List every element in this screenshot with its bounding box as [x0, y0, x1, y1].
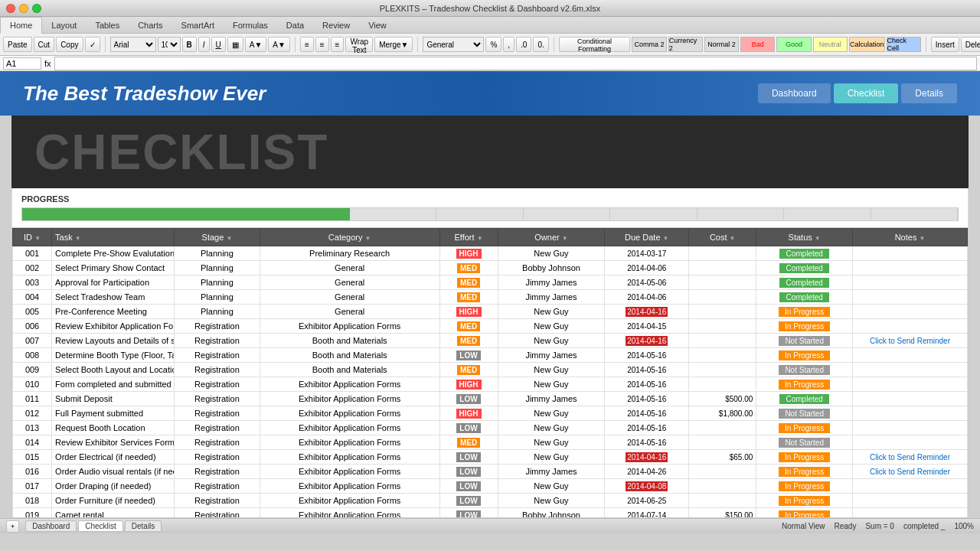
border-button[interactable]: ▦ [227, 37, 243, 52]
decrease-decimal-button[interactable]: 0. [533, 37, 548, 52]
progress-segments [350, 208, 958, 220]
copy-button[interactable]: Copy [56, 37, 83, 52]
insert-button[interactable]: Insert [931, 37, 959, 52]
increase-decimal-button[interactable]: .0 [516, 37, 531, 52]
font-size-select[interactable]: 10 [158, 37, 181, 52]
reminder-link[interactable]: Click to Send Reminder [870, 468, 950, 476]
cut-button[interactable]: Cut [34, 37, 55, 52]
close-button[interactable] [6, 4, 15, 13]
style-comma2[interactable]: Comma 2 [632, 37, 666, 52]
add-sheet-button[interactable]: + [6, 520, 19, 533]
sheet-tab-dashboard[interactable]: Dashboard [25, 520, 77, 532]
align-center-button[interactable]: ≡ [315, 37, 329, 52]
tab-charts[interactable]: Charts [129, 17, 172, 33]
style-check-cell[interactable]: Check Cell [887, 37, 921, 52]
cell-reference[interactable] [3, 57, 41, 70]
cell-effort: LOW [439, 421, 498, 435]
col-category[interactable]: Category ▼ [260, 229, 439, 246]
align-left-button[interactable]: ≡ [300, 37, 314, 52]
cell-due-date: 2014-07-14 [605, 508, 689, 519]
cell-effort: LOW [439, 465, 498, 479]
col-due-date[interactable]: Due Date ▼ [605, 229, 689, 246]
checklist-header-section: CHECKLIST [11, 116, 969, 188]
col-cost[interactable]: Cost ▼ [689, 229, 756, 246]
checklist-nav-button[interactable]: Checklist [834, 83, 899, 103]
col-effort[interactable]: Effort ▼ [439, 229, 498, 246]
cell-notes [853, 494, 968, 508]
minimize-button[interactable] [19, 4, 28, 13]
col-task[interactable]: Task ▼ [52, 229, 175, 246]
table-row: 008 Determine Booth Type (Floor, TableTo… [13, 348, 968, 363]
progress-seg-3 [524, 208, 610, 220]
cell-owner: New Guy [498, 494, 605, 508]
percent-button[interactable]: % [485, 37, 501, 52]
conditional-format-button[interactable]: Conditional Formatting [559, 37, 631, 52]
tab-data[interactable]: Data [277, 17, 313, 33]
reminder-link[interactable]: Click to Send Reminder [870, 453, 950, 461]
italic-button[interactable]: I [198, 37, 210, 52]
tab-review[interactable]: Review [313, 17, 359, 33]
cell-id: 013 [13, 421, 52, 435]
cell-task: Review Exhibitor Services Forms in Show … [52, 435, 175, 450]
cell-notes[interactable]: Click to Send Reminder [853, 334, 968, 348]
tab-tables[interactable]: Tables [86, 17, 129, 33]
cell-notes [853, 363, 968, 377]
style-good[interactable]: Good [776, 37, 811, 52]
cell-notes[interactable]: Click to Send Reminder [853, 465, 968, 479]
number-format-select[interactable]: General [423, 37, 484, 52]
style-neutral[interactable]: Neutral [813, 37, 848, 52]
underline-button[interactable]: U [211, 37, 226, 52]
cell-task: Form completed and submitted [52, 377, 175, 392]
col-status[interactable]: Status ▼ [756, 229, 853, 246]
progress-fill [22, 208, 350, 220]
sheet-tab-checklist[interactable]: Checklist [78, 520, 123, 532]
tab-view[interactable]: View [359, 17, 396, 33]
tab-home[interactable]: Home [0, 17, 42, 34]
bold-button[interactable]: B [182, 37, 197, 52]
formula-input[interactable] [54, 57, 977, 70]
dashboard-nav-button[interactable]: Dashboard [758, 83, 831, 103]
tab-layout[interactable]: Layout [42, 17, 86, 33]
cell-owner: Bobby Johnson [498, 261, 605, 276]
style-normal2[interactable]: Normal 2 [704, 37, 739, 52]
style-currency2[interactable]: Currency 2 [668, 37, 703, 52]
details-nav-button[interactable]: Details [901, 83, 957, 103]
font-select[interactable]: Arial [110, 37, 156, 52]
wrap-text-button[interactable]: Wrap Text ▼ [345, 37, 373, 52]
paste-button[interactable]: Paste [3, 37, 32, 52]
cell-due-date: 2014-05-16 [605, 435, 689, 450]
table-body: 001 Complete Pre-Show Evalutation Planni… [13, 246, 968, 519]
cell-task: Complete Pre-Show Evalutation [52, 246, 175, 261]
cell-status: Not Started [756, 334, 853, 348]
tab-formulas[interactable]: Formulas [224, 17, 277, 33]
cell-category: Booth and Materials [260, 334, 439, 348]
font-color-button[interactable]: A▼ [268, 37, 290, 52]
window-controls[interactable] [6, 4, 41, 13]
delete-button[interactable]: Delete [961, 37, 980, 52]
maximize-button[interactable] [32, 4, 41, 13]
cell-notes [853, 319, 968, 334]
col-notes[interactable]: Notes ▼ [853, 229, 968, 246]
merge-button[interactable]: Merge▼ [374, 37, 413, 52]
format-painter-button[interactable]: ✓ [85, 37, 100, 52]
cell-owner: Jimmy James [498, 348, 605, 363]
cell-notes [853, 479, 968, 494]
cell-id: 012 [13, 406, 52, 421]
tab-smartart[interactable]: SmartArt [172, 17, 224, 33]
cell-task: Approval for Participation [52, 276, 175, 290]
cell-cost: $1,800.00 [689, 406, 756, 421]
col-owner[interactable]: Owner ▼ [498, 229, 605, 246]
style-bad[interactable]: Bad [740, 37, 775, 52]
cell-category: General [260, 276, 439, 290]
fill-color-button[interactable]: A▼ [245, 37, 267, 52]
style-calculation[interactable]: Calculation [849, 37, 885, 52]
sheet-tab-details[interactable]: Details [125, 520, 162, 532]
col-stage[interactable]: Stage ▼ [175, 229, 260, 246]
cell-notes[interactable]: Click to Send Reminder [853, 450, 968, 465]
reminder-link[interactable]: Click to Send Reminder [870, 337, 950, 345]
align-right-button[interactable]: ≡ [331, 37, 345, 52]
cell-id: 007 [13, 334, 52, 348]
comma-button[interactable]: , [503, 37, 514, 52]
cell-stage: Registration [175, 377, 260, 392]
cell-owner: Jimmy James [498, 465, 605, 479]
